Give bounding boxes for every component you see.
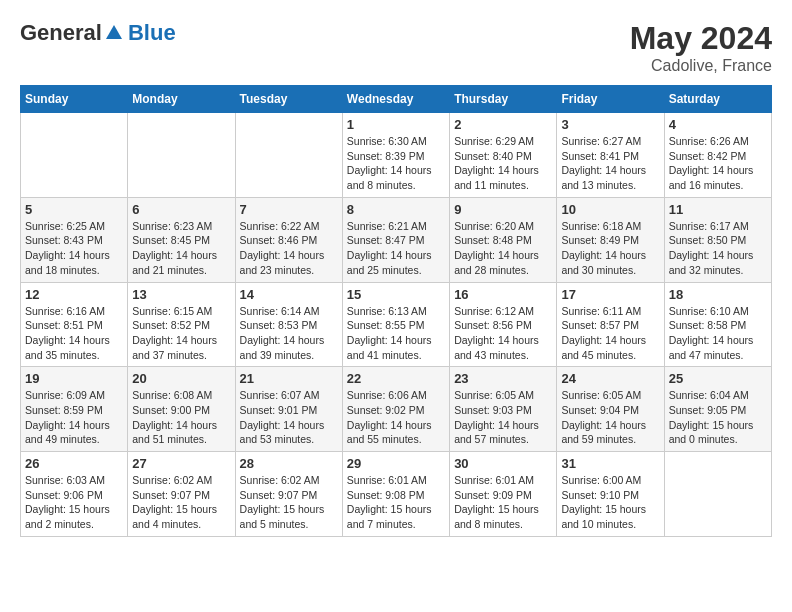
day-number: 9 — [454, 202, 552, 217]
calendar-cell — [235, 113, 342, 198]
month-year: May 2024 — [630, 20, 772, 57]
logo-icon — [104, 23, 124, 43]
day-info: Sunrise: 6:25 AM Sunset: 8:43 PM Dayligh… — [25, 219, 123, 278]
day-info: Sunrise: 6:05 AM Sunset: 9:04 PM Dayligh… — [561, 388, 659, 447]
calendar-cell: 6Sunrise: 6:23 AM Sunset: 8:45 PM Daylig… — [128, 197, 235, 282]
calendar-cell: 26Sunrise: 6:03 AM Sunset: 9:06 PM Dayli… — [21, 452, 128, 537]
calendar-cell: 4Sunrise: 6:26 AM Sunset: 8:42 PM Daylig… — [664, 113, 771, 198]
day-info: Sunrise: 6:23 AM Sunset: 8:45 PM Dayligh… — [132, 219, 230, 278]
day-info: Sunrise: 6:01 AM Sunset: 9:09 PM Dayligh… — [454, 473, 552, 532]
day-header-sunday: Sunday — [21, 86, 128, 113]
day-info: Sunrise: 6:07 AM Sunset: 9:01 PM Dayligh… — [240, 388, 338, 447]
page-header: General Blue May 2024 Cadolive, France — [20, 20, 772, 75]
day-info: Sunrise: 6:09 AM Sunset: 8:59 PM Dayligh… — [25, 388, 123, 447]
day-number: 14 — [240, 287, 338, 302]
calendar-cell: 30Sunrise: 6:01 AM Sunset: 9:09 PM Dayli… — [450, 452, 557, 537]
day-number: 30 — [454, 456, 552, 471]
week-row-3: 12Sunrise: 6:16 AM Sunset: 8:51 PM Dayli… — [21, 282, 772, 367]
day-number: 24 — [561, 371, 659, 386]
day-header-saturday: Saturday — [664, 86, 771, 113]
day-info: Sunrise: 6:02 AM Sunset: 9:07 PM Dayligh… — [132, 473, 230, 532]
calendar-cell: 2Sunrise: 6:29 AM Sunset: 8:40 PM Daylig… — [450, 113, 557, 198]
logo-blue: Blue — [128, 20, 176, 46]
svg-marker-0 — [106, 25, 122, 39]
day-header-friday: Friday — [557, 86, 664, 113]
calendar-cell: 18Sunrise: 6:10 AM Sunset: 8:58 PM Dayli… — [664, 282, 771, 367]
calendar-cell: 12Sunrise: 6:16 AM Sunset: 8:51 PM Dayli… — [21, 282, 128, 367]
day-info: Sunrise: 6:29 AM Sunset: 8:40 PM Dayligh… — [454, 134, 552, 193]
day-number: 18 — [669, 287, 767, 302]
day-number: 17 — [561, 287, 659, 302]
week-row-4: 19Sunrise: 6:09 AM Sunset: 8:59 PM Dayli… — [21, 367, 772, 452]
calendar-cell: 14Sunrise: 6:14 AM Sunset: 8:53 PM Dayli… — [235, 282, 342, 367]
day-info: Sunrise: 6:30 AM Sunset: 8:39 PM Dayligh… — [347, 134, 445, 193]
day-number: 11 — [669, 202, 767, 217]
day-number: 23 — [454, 371, 552, 386]
day-number: 10 — [561, 202, 659, 217]
calendar-cell: 5Sunrise: 6:25 AM Sunset: 8:43 PM Daylig… — [21, 197, 128, 282]
day-header-thursday: Thursday — [450, 86, 557, 113]
day-info: Sunrise: 6:27 AM Sunset: 8:41 PM Dayligh… — [561, 134, 659, 193]
day-number: 22 — [347, 371, 445, 386]
calendar-cell — [21, 113, 128, 198]
calendar-cell: 25Sunrise: 6:04 AM Sunset: 9:05 PM Dayli… — [664, 367, 771, 452]
day-info: Sunrise: 6:14 AM Sunset: 8:53 PM Dayligh… — [240, 304, 338, 363]
calendar-cell: 29Sunrise: 6:01 AM Sunset: 9:08 PM Dayli… — [342, 452, 449, 537]
day-number: 5 — [25, 202, 123, 217]
calendar-cell: 17Sunrise: 6:11 AM Sunset: 8:57 PM Dayli… — [557, 282, 664, 367]
calendar-cell: 10Sunrise: 6:18 AM Sunset: 8:49 PM Dayli… — [557, 197, 664, 282]
calendar-cell: 13Sunrise: 6:15 AM Sunset: 8:52 PM Dayli… — [128, 282, 235, 367]
week-row-1: 1Sunrise: 6:30 AM Sunset: 8:39 PM Daylig… — [21, 113, 772, 198]
day-info: Sunrise: 6:02 AM Sunset: 9:07 PM Dayligh… — [240, 473, 338, 532]
day-number: 8 — [347, 202, 445, 217]
day-info: Sunrise: 6:12 AM Sunset: 8:56 PM Dayligh… — [454, 304, 552, 363]
day-number: 21 — [240, 371, 338, 386]
day-number: 12 — [25, 287, 123, 302]
day-info: Sunrise: 6:00 AM Sunset: 9:10 PM Dayligh… — [561, 473, 659, 532]
day-info: Sunrise: 6:22 AM Sunset: 8:46 PM Dayligh… — [240, 219, 338, 278]
calendar-cell: 24Sunrise: 6:05 AM Sunset: 9:04 PM Dayli… — [557, 367, 664, 452]
day-info: Sunrise: 6:26 AM Sunset: 8:42 PM Dayligh… — [669, 134, 767, 193]
day-number: 25 — [669, 371, 767, 386]
week-row-5: 26Sunrise: 6:03 AM Sunset: 9:06 PM Dayli… — [21, 452, 772, 537]
calendar-cell: 27Sunrise: 6:02 AM Sunset: 9:07 PM Dayli… — [128, 452, 235, 537]
day-number: 31 — [561, 456, 659, 471]
day-info: Sunrise: 6:17 AM Sunset: 8:50 PM Dayligh… — [669, 219, 767, 278]
day-number: 3 — [561, 117, 659, 132]
days-header-row: SundayMondayTuesdayWednesdayThursdayFrid… — [21, 86, 772, 113]
day-info: Sunrise: 6:21 AM Sunset: 8:47 PM Dayligh… — [347, 219, 445, 278]
day-number: 27 — [132, 456, 230, 471]
calendar-cell: 1Sunrise: 6:30 AM Sunset: 8:39 PM Daylig… — [342, 113, 449, 198]
day-info: Sunrise: 6:04 AM Sunset: 9:05 PM Dayligh… — [669, 388, 767, 447]
calendar-cell: 22Sunrise: 6:06 AM Sunset: 9:02 PM Dayli… — [342, 367, 449, 452]
day-header-monday: Monday — [128, 86, 235, 113]
calendar-cell — [128, 113, 235, 198]
calendar-cell: 8Sunrise: 6:21 AM Sunset: 8:47 PM Daylig… — [342, 197, 449, 282]
day-info: Sunrise: 6:03 AM Sunset: 9:06 PM Dayligh… — [25, 473, 123, 532]
calendar-table: SundayMondayTuesdayWednesdayThursdayFrid… — [20, 85, 772, 537]
day-number: 7 — [240, 202, 338, 217]
day-info: Sunrise: 6:05 AM Sunset: 9:03 PM Dayligh… — [454, 388, 552, 447]
calendar-cell: 9Sunrise: 6:20 AM Sunset: 8:48 PM Daylig… — [450, 197, 557, 282]
calendar-cell: 21Sunrise: 6:07 AM Sunset: 9:01 PM Dayli… — [235, 367, 342, 452]
day-header-tuesday: Tuesday — [235, 86, 342, 113]
day-number: 6 — [132, 202, 230, 217]
day-info: Sunrise: 6:20 AM Sunset: 8:48 PM Dayligh… — [454, 219, 552, 278]
calendar-cell: 3Sunrise: 6:27 AM Sunset: 8:41 PM Daylig… — [557, 113, 664, 198]
calendar-cell: 15Sunrise: 6:13 AM Sunset: 8:55 PM Dayli… — [342, 282, 449, 367]
day-info: Sunrise: 6:01 AM Sunset: 9:08 PM Dayligh… — [347, 473, 445, 532]
day-number: 20 — [132, 371, 230, 386]
day-info: Sunrise: 6:11 AM Sunset: 8:57 PM Dayligh… — [561, 304, 659, 363]
calendar-cell: 7Sunrise: 6:22 AM Sunset: 8:46 PM Daylig… — [235, 197, 342, 282]
calendar-cell — [664, 452, 771, 537]
calendar-cell: 28Sunrise: 6:02 AM Sunset: 9:07 PM Dayli… — [235, 452, 342, 537]
day-header-wednesday: Wednesday — [342, 86, 449, 113]
day-info: Sunrise: 6:16 AM Sunset: 8:51 PM Dayligh… — [25, 304, 123, 363]
day-number: 1 — [347, 117, 445, 132]
day-number: 13 — [132, 287, 230, 302]
day-number: 15 — [347, 287, 445, 302]
day-number: 16 — [454, 287, 552, 302]
day-number: 26 — [25, 456, 123, 471]
day-info: Sunrise: 6:10 AM Sunset: 8:58 PM Dayligh… — [669, 304, 767, 363]
calendar-cell: 31Sunrise: 6:00 AM Sunset: 9:10 PM Dayli… — [557, 452, 664, 537]
